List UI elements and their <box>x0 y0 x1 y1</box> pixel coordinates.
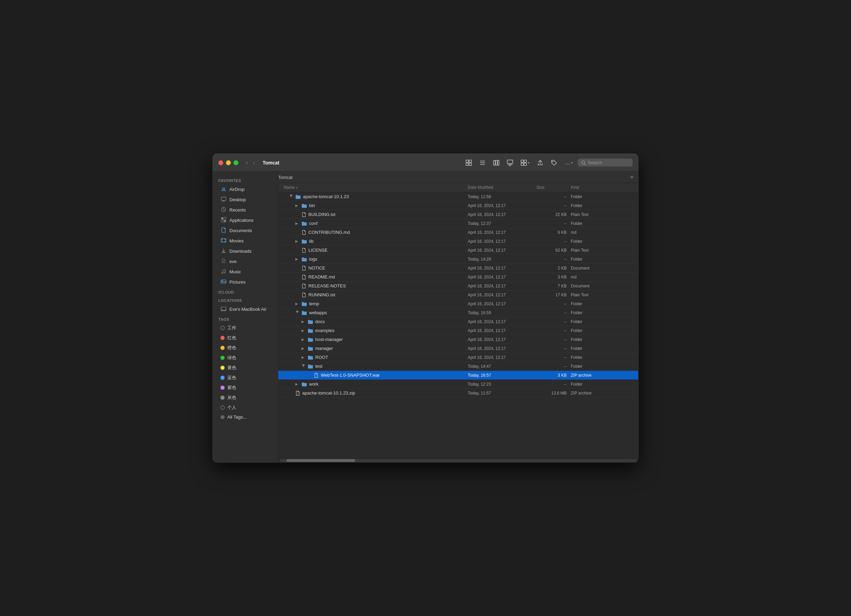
tag-personal-label: 个人 <box>227 404 236 411</box>
minimize-button[interactable] <box>226 160 231 165</box>
sidebar-item-applications[interactable]: Applications <box>215 215 276 225</box>
expand-arrow[interactable]: ▶ <box>290 195 293 199</box>
sidebar-item-tag-purple[interactable]: 紫色 <box>215 383 276 392</box>
desktop-icon <box>221 197 227 203</box>
expand-arrow[interactable]: ▶ <box>296 311 299 315</box>
sidebar-item-music[interactable]: Music <box>215 267 276 277</box>
view-columns-button[interactable] <box>490 158 502 168</box>
file-kind: Folder <box>571 194 633 199</box>
sidebar-item-tag-orange[interactable]: 橙色 <box>215 343 276 353</box>
file-size: 17 KB <box>537 293 571 297</box>
expand-arrow[interactable]: ▶ <box>295 221 299 225</box>
tag-dot-green <box>221 356 225 360</box>
sidebar-item-tag-yellow[interactable]: 黄色 <box>215 363 276 373</box>
svg-rect-13 <box>521 160 523 162</box>
table-row[interactable]: ▶ examples April 16, 2024, 12:17 -- Fold… <box>278 326 638 335</box>
expand-arrow[interactable]: ▶ <box>295 382 299 386</box>
close-button[interactable] <box>218 160 223 165</box>
file-date: April 16, 2024, 12:17 <box>468 212 537 217</box>
table-row[interactable]: ▶ apache-tomcat-10.1.23 Today, 11:58 -- … <box>278 192 638 201</box>
table-row[interactable]: CONTRIBUTING.md April 16, 2024, 12:17 6 … <box>278 228 638 237</box>
airdrop-icon <box>221 186 227 192</box>
expand-arrow[interactable]: ▶ <box>302 347 306 350</box>
expand-arrow[interactable]: ▶ <box>295 204 299 207</box>
table-row[interactable]: ▶ manager April 16, 2024, 12:17 -- Folde… <box>278 344 638 353</box>
table-row[interactable]: ▶ bin April 16, 2024, 12:17 -- Folder <box>278 201 638 210</box>
file-name-cell: CONTRIBUTING.md <box>284 230 468 235</box>
table-row[interactable]: WebTest-1.0-SNAPSHOT.war Today, 16:57 3 … <box>278 371 638 380</box>
file-icon <box>302 248 306 253</box>
table-row[interactable]: NOTICE April 16, 2024, 12:17 2 KB Docume… <box>278 264 638 273</box>
table-row[interactable]: RELEASE-NOTES April 16, 2024, 12:17 7 KB… <box>278 282 638 290</box>
add-button[interactable]: + <box>630 174 634 180</box>
expand-arrow[interactable]: ▶ <box>295 239 299 243</box>
expand-arrow[interactable]: ▶ <box>302 320 306 323</box>
maximize-button[interactable] <box>233 160 238 165</box>
back-button[interactable]: ‹ <box>244 158 250 167</box>
sidebar-item-eve[interactable]: eve <box>215 257 276 266</box>
col-header-size[interactable]: Size <box>537 185 571 190</box>
scrollbar-thumb[interactable] <box>286 459 355 462</box>
applications-icon <box>221 217 227 224</box>
col-header-name[interactable]: Name ▾ <box>284 185 468 190</box>
view-list-button[interactable] <box>477 158 488 168</box>
search-box[interactable] <box>577 159 633 167</box>
table-row[interactable]: apache-tomcat-10.1.23.zip Today, 11:57 1… <box>278 389 638 398</box>
tag-yellow-label: 黄色 <box>227 365 236 371</box>
table-row[interactable]: ▶ lib April 16, 2024, 12:17 -- Folder <box>278 237 638 246</box>
table-row[interactable]: ▶ ROOT April 16, 2024, 12:17 -- Folder <box>278 353 638 362</box>
expand-arrow[interactable]: ▶ <box>295 302 299 306</box>
search-input[interactable] <box>588 160 629 165</box>
file-kind: Folder <box>571 337 633 342</box>
sidebar-item-airdrop[interactable]: AirDrop <box>215 185 276 194</box>
expand-arrow[interactable]: ▶ <box>302 338 306 341</box>
table-row[interactable]: BUILDING.txt April 16, 2024, 12:17 22 KB… <box>278 210 638 219</box>
sidebar-item-recents[interactable]: Recents <box>215 205 276 215</box>
file-name-cell: ▶ bin <box>284 203 468 209</box>
table-row[interactable]: ▶ work Today, 12:23 -- Folder <box>278 380 638 389</box>
sidebar-item-tag-all[interactable]: All Tags... <box>215 413 276 421</box>
view-gallery-button[interactable] <box>504 158 516 168</box>
sidebar-item-documents[interactable]: Documents <box>215 225 276 236</box>
svg-rect-9 <box>498 160 499 165</box>
expand-arrow[interactable]: ▶ <box>302 329 306 332</box>
file-size: -- <box>537 346 571 351</box>
tag-purple-label: 紫色 <box>227 385 236 391</box>
sidebar-item-tag-red[interactable]: 红色 <box>215 333 276 343</box>
group-button[interactable]: ▾ <box>518 158 532 168</box>
table-row[interactable]: ▶ webapps Today, 16:59 -- Folder <box>278 308 638 317</box>
table-row[interactable]: RUNNING.txt April 16, 2024, 12:17 17 KB … <box>278 290 638 299</box>
tag-button[interactable] <box>548 158 560 168</box>
sidebar-item-tag-personal[interactable]: 个人 <box>215 403 276 412</box>
table-row[interactable]: ▶ conf Today, 12:37 -- Folder <box>278 219 638 228</box>
table-row[interactable]: LICENSE April 16, 2024, 12:17 62 KB Plai… <box>278 246 638 255</box>
col-header-date[interactable]: Date Modified <box>468 185 537 190</box>
sidebar-item-desktop[interactable]: Desktop <box>215 195 276 205</box>
sidebar-item-tag-grey[interactable]: 灰色 <box>215 393 276 403</box>
table-row[interactable]: README.md April 16, 2024, 12:17 3 KB md <box>278 273 638 282</box>
expand-arrow[interactable]: ▶ <box>302 355 306 359</box>
sidebar-item-tag-work[interactable]: 工作 <box>215 323 276 333</box>
sidebar-item-macbook[interactable]: Eve's MacBook Air <box>215 304 276 314</box>
scrollbar-container[interactable] <box>278 458 638 462</box>
table-row[interactable]: ▶ host-manager April 16, 2024, 12:17 -- … <box>278 335 638 344</box>
col-header-kind[interactable]: Kind <box>571 185 633 190</box>
view-grid-button[interactable] <box>463 158 475 168</box>
sidebar-item-downloads[interactable]: Downloads <box>215 246 276 256</box>
share-button[interactable] <box>534 158 546 168</box>
sidebar-item-tag-blue[interactable]: 蓝色 <box>215 373 276 383</box>
sidebar-item-tag-green[interactable]: 绿色 <box>215 353 276 363</box>
table-row[interactable]: ▶ test Today, 14:47 -- Folder <box>278 362 638 371</box>
svg-rect-42 <box>221 307 226 310</box>
forward-button[interactable]: › <box>251 158 257 167</box>
sidebar-item-pictures[interactable]: Pictures <box>215 277 276 287</box>
table-row[interactable]: ▶ logs Today, 14:29 -- Folder <box>278 255 638 264</box>
expand-arrow[interactable]: ▶ <box>295 257 299 261</box>
table-row[interactable]: ▶ docs April 16, 2024, 12:17 -- Folder <box>278 317 638 326</box>
file-size: 3 KB <box>537 373 571 378</box>
expand-arrow[interactable]: ▶ <box>302 364 306 368</box>
more-button[interactable]: … ▾ <box>562 158 576 168</box>
sidebar-item-movies[interactable]: Movies <box>215 236 276 246</box>
table-header: Name ▾ Date Modified Size Kind <box>278 183 638 192</box>
table-row[interactable]: ▶ temp April 16, 2024, 12:17 -- Folder <box>278 299 638 308</box>
